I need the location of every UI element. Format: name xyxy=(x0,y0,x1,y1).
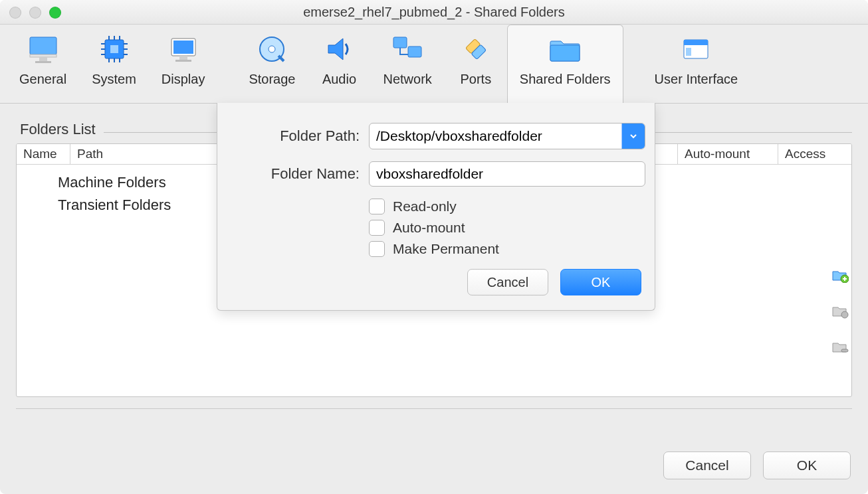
svg-rect-28 xyxy=(550,45,580,61)
svg-rect-1 xyxy=(30,54,56,57)
traffic-lights xyxy=(9,7,61,19)
footer-buttons: Cancel OK xyxy=(663,452,851,479)
svg-rect-5 xyxy=(110,45,118,53)
tab-user-interface[interactable]: User Interface xyxy=(642,25,751,103)
tab-general[interactable]: General xyxy=(7,25,79,103)
svg-rect-2 xyxy=(39,57,47,61)
disk-icon xyxy=(253,33,290,66)
folder-path-label: Folder Path: xyxy=(227,127,369,145)
readonly-label: Read-only xyxy=(393,199,457,214)
svg-rect-34 xyxy=(841,349,848,352)
tab-display[interactable]: Display xyxy=(149,25,218,103)
folder-path-dropdown-button[interactable] xyxy=(621,124,645,149)
folder-path-combo[interactable] xyxy=(369,123,645,149)
automount-row[interactable]: Auto-mount xyxy=(369,220,645,236)
titlebar: emerse2_rhel7_pubmed_2 - Shared Folders xyxy=(0,0,868,25)
svg-rect-25 xyxy=(408,46,421,57)
automount-label: Auto-mount xyxy=(393,220,465,236)
ui-icon xyxy=(677,33,714,66)
svg-rect-20 xyxy=(179,56,187,60)
chip-icon xyxy=(96,33,133,66)
minimize-window-button[interactable] xyxy=(29,7,41,19)
col-access[interactable]: Access xyxy=(778,144,851,164)
tab-label: Shared Folders xyxy=(520,72,611,87)
close-window-button[interactable] xyxy=(9,7,21,19)
ports-icon xyxy=(457,33,494,66)
folder-name-input[interactable] xyxy=(369,161,645,187)
svg-rect-3 xyxy=(35,61,51,63)
add-share-button[interactable] xyxy=(831,266,849,284)
monitor-icon xyxy=(25,33,62,66)
tab-network[interactable]: Network xyxy=(370,25,444,103)
svg-rect-21 xyxy=(175,60,191,62)
automount-checkbox[interactable] xyxy=(369,220,385,236)
folder-name-label: Folder Name: xyxy=(227,165,369,183)
permanent-label: Make Permanent xyxy=(393,241,499,257)
settings-window: emerse2_rhel7_pubmed_2 - Shared Folders … xyxy=(0,0,868,494)
svg-rect-31 xyxy=(686,48,691,56)
tab-label: General xyxy=(19,72,66,87)
tab-label: System xyxy=(92,72,136,87)
tab-label: Audio xyxy=(322,72,356,87)
folder-icon xyxy=(546,33,584,66)
svg-rect-30 xyxy=(684,40,708,45)
panel-ok-button[interactable]: OK xyxy=(560,269,641,295)
section-title: Folders List xyxy=(20,121,96,138)
remove-share-button[interactable] xyxy=(831,337,849,356)
speaker-icon xyxy=(320,33,358,66)
svg-rect-0 xyxy=(30,37,56,54)
settings-toolbar: General System Display Storage Audio xyxy=(0,25,868,104)
col-name[interactable]: Name xyxy=(17,144,70,164)
tab-label: Display xyxy=(162,72,205,87)
tab-audio[interactable]: Audio xyxy=(308,25,370,103)
svg-point-23 xyxy=(269,46,275,52)
tab-label: Ports xyxy=(461,72,492,87)
footer-ok-button[interactable]: OK xyxy=(763,452,851,479)
add-share-panel: Folder Path: Folder Name: Read-only A xyxy=(217,103,655,311)
network-icon xyxy=(389,33,426,66)
tab-label: User Interface xyxy=(655,72,738,87)
footer-cancel-button[interactable]: Cancel xyxy=(663,452,751,479)
side-toolbar xyxy=(831,266,849,356)
display-icon xyxy=(165,33,202,66)
footer-divider xyxy=(16,408,852,409)
permanent-row[interactable]: Make Permanent xyxy=(369,241,645,257)
panel-cancel-button[interactable]: Cancel xyxy=(467,269,548,295)
edit-share-button[interactable] xyxy=(831,301,849,320)
tab-storage[interactable]: Storage xyxy=(236,25,308,103)
readonly-checkbox[interactable] xyxy=(369,199,385,214)
folder-path-input[interactable] xyxy=(370,124,621,149)
tab-shared-folders[interactable]: Shared Folders xyxy=(507,25,623,104)
tab-ports[interactable]: Ports xyxy=(445,25,507,103)
tab-system[interactable]: System xyxy=(79,25,149,103)
permanent-checkbox[interactable] xyxy=(369,241,385,257)
window-title: emerse2_rhel7_pubmed_2 - Shared Folders xyxy=(303,5,565,20)
tab-label: Storage xyxy=(249,72,295,87)
readonly-row[interactable]: Read-only xyxy=(369,199,645,214)
svg-rect-24 xyxy=(393,37,407,48)
tab-label: Network xyxy=(383,72,431,87)
svg-rect-19 xyxy=(173,41,193,54)
col-automount[interactable]: Auto-mount xyxy=(678,144,778,164)
zoom-window-button[interactable] xyxy=(49,7,61,19)
svg-point-33 xyxy=(841,311,848,318)
